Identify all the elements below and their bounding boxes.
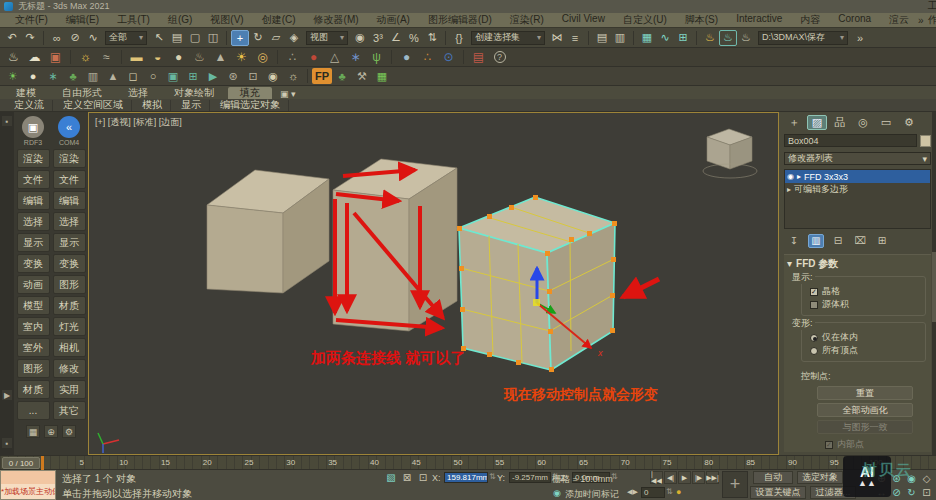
grass-icon[interactable]: ψ bbox=[366, 49, 387, 65]
panel-button-其它[interactable]: 其它 bbox=[53, 401, 86, 420]
cone2-icon[interactable]: ▲ bbox=[103, 68, 123, 84]
com4-logo-icon[interactable]: « bbox=[58, 116, 80, 138]
menu-item[interactable]: 渲云 bbox=[880, 13, 918, 27]
menu-item[interactable]: Interactive bbox=[727, 13, 791, 27]
select-sphere-icon[interactable]: ⊙ bbox=[438, 49, 459, 65]
panel-button-选择[interactable]: 选择 bbox=[17, 212, 50, 231]
ring-icon[interactable]: ◎ bbox=[252, 49, 273, 65]
absolute-mode-icon[interactable]: ⊡ bbox=[416, 471, 430, 484]
color-balls-icon[interactable]: ∴ bbox=[417, 49, 438, 65]
scale-icon[interactable]: ▱ bbox=[267, 30, 285, 46]
modifier-stack-row[interactable]: ◉▸FFD 3x3x3 bbox=[785, 170, 930, 183]
panel-button-编辑[interactable]: 编辑 bbox=[53, 191, 86, 210]
snap-toggle-icon[interactable]: 3³ bbox=[369, 30, 387, 46]
window-icon[interactable]: ▥ bbox=[83, 68, 103, 84]
box3-ffd[interactable]: x bbox=[457, 195, 617, 372]
modify-tab[interactable]: ▨ bbox=[807, 115, 827, 130]
configure-modifier-sets-icon[interactable]: ⊞ bbox=[874, 234, 890, 248]
panel-button-图形[interactable]: 图形 bbox=[53, 275, 86, 294]
panel-button-文件[interactable]: 文件 bbox=[53, 170, 86, 189]
dome-icon[interactable]: ◒ bbox=[147, 49, 168, 65]
ribbon-subtab[interactable]: 模拟 bbox=[134, 100, 171, 111]
rollout-title[interactable]: ▾ FFD 参数 bbox=[787, 257, 928, 270]
ribbon-subtab[interactable]: 显示 bbox=[173, 100, 210, 111]
orbit-icon[interactable]: ↻ bbox=[904, 485, 919, 499]
mirror-icon[interactable]: ⋈ bbox=[548, 30, 566, 46]
animate-all-button[interactable]: 全部动画化 bbox=[817, 403, 913, 417]
lattice-checkbox[interactable]: ✓晶格 bbox=[810, 285, 921, 298]
clipboard-icon[interactable]: ▤ bbox=[468, 49, 489, 65]
modifier-stack-row[interactable]: ▸可编辑多边形 bbox=[785, 183, 930, 196]
panel-button-修改[interactable]: 修改 bbox=[53, 359, 86, 378]
gizmo-icon[interactable]: △ bbox=[324, 49, 345, 65]
angle-snap-icon[interactable]: ∠ bbox=[387, 30, 405, 46]
remove-modifier-icon[interactable]: ⌧ bbox=[852, 234, 868, 248]
reset-button[interactable]: 重置 bbox=[817, 386, 913, 400]
time-slider-handle[interactable]: 0 / 100 bbox=[2, 457, 40, 469]
viewport-label[interactable]: [+] [透视] [标准] [边面] bbox=[95, 116, 182, 129]
ribbon-subtab[interactable]: 定义流 bbox=[6, 100, 53, 111]
playback-button[interactable]: ▶▶| bbox=[706, 471, 719, 484]
x-spinner[interactable]: ⇅ bbox=[489, 472, 496, 481]
utilities-tab[interactable]: ⚙ bbox=[899, 115, 919, 130]
panel-button-材质[interactable]: 材质 bbox=[17, 380, 50, 399]
menu-item[interactable]: Civil View bbox=[553, 13, 614, 27]
grid-plus-icon[interactable]: ⊞ bbox=[183, 68, 203, 84]
bulb2-icon[interactable]: ☼ bbox=[283, 68, 303, 84]
schematic-view-icon[interactable]: ⊞ bbox=[674, 30, 692, 46]
green-light-icon[interactable]: ☀ bbox=[3, 68, 23, 84]
undo-icon[interactable]: ↶ bbox=[3, 30, 21, 46]
frame-spinner[interactable]: ⇅ bbox=[666, 487, 673, 496]
curve-editor-icon[interactable]: ∿ bbox=[656, 30, 674, 46]
y-coordinate-field[interactable]: -9.257mm bbox=[509, 472, 551, 483]
steel-sphere-icon[interactable]: ● bbox=[396, 49, 417, 65]
menu-item[interactable]: 图形编辑器(D) bbox=[419, 13, 501, 27]
playback-button[interactable]: |▶ bbox=[692, 471, 705, 484]
fan-icon[interactable]: ⊛ bbox=[223, 68, 243, 84]
spray-icon[interactable]: ≈ bbox=[96, 49, 117, 65]
panel-button-显示[interactable]: 显示 bbox=[53, 233, 86, 252]
add-icon[interactable]: ⊕ bbox=[44, 425, 58, 438]
bulb-icon[interactable]: ☼ bbox=[75, 49, 96, 65]
selection-lock-icon[interactable]: ⊠ bbox=[400, 471, 414, 484]
box1[interactable] bbox=[207, 170, 329, 293]
only-in-volume-radio[interactable]: 仅在体内 bbox=[810, 331, 921, 344]
panel-button-灯光[interactable]: 灯光 bbox=[53, 317, 86, 336]
named-selection-sets-icon[interactable]: {} bbox=[450, 30, 468, 46]
tree-icon[interactable]: ♣ bbox=[63, 68, 83, 84]
create-tab[interactable]: ＋ bbox=[784, 115, 804, 130]
bind-to-spacewarp-icon[interactable]: ∿ bbox=[84, 30, 102, 46]
menu-item[interactable]: 创建(C) bbox=[253, 13, 305, 27]
object-color-swatch[interactable] bbox=[920, 135, 931, 147]
align-icon[interactable]: ≡ bbox=[566, 30, 584, 46]
playback-button[interactable]: ▶ bbox=[678, 471, 691, 484]
panel-button-室内[interactable]: 室内 bbox=[17, 317, 50, 336]
panel-button-文件[interactable]: 文件 bbox=[17, 170, 50, 189]
object-name-field[interactable]: Box004 bbox=[784, 134, 917, 147]
maxscript-mini-listener[interactable]: *加载场景主动保 bbox=[0, 470, 56, 500]
panel-button-变换[interactable]: 变换 bbox=[17, 254, 50, 273]
set-key-mode-button[interactable]: 设置关键点 bbox=[750, 486, 806, 499]
menu-overflow-icon[interactable]: » bbox=[918, 15, 924, 26]
flower-icon[interactable]: ∗ bbox=[345, 49, 366, 65]
panel-button-变换[interactable]: 变换 bbox=[53, 254, 86, 273]
cloud-icon[interactable]: ☁ bbox=[24, 49, 45, 65]
menu-item[interactable]: 渲染(R) bbox=[501, 13, 553, 27]
scene-explorer-icon[interactable]: ▤ bbox=[593, 30, 611, 46]
select-and-link-icon[interactable]: ∞ bbox=[48, 30, 66, 46]
panel-button-图形[interactable]: 图形 bbox=[17, 359, 50, 378]
source-volume-checkbox[interactable]: 源体积 bbox=[810, 298, 921, 311]
panel-button-动画[interactable]: 动画 bbox=[17, 275, 50, 294]
layer-explorer-icon[interactable]: ▥ bbox=[611, 30, 629, 46]
fov-icon[interactable]: ◇ bbox=[919, 471, 934, 485]
rendered-frame-icon[interactable]: ♨ bbox=[719, 30, 737, 46]
unlink-selection-icon[interactable]: ⊘ bbox=[66, 30, 84, 46]
menu-item[interactable]: 文件(F) bbox=[6, 13, 57, 27]
grid-green-icon[interactable]: ▦ bbox=[372, 68, 392, 84]
walkthrough-icon[interactable]: ⊘ bbox=[889, 485, 904, 499]
box-icon[interactable]: ⊡ bbox=[243, 68, 263, 84]
perspective-viewport[interactable]: [+] [透视] [标准] [边面] bbox=[88, 112, 779, 455]
command-panel-scrollbar[interactable] bbox=[932, 112, 936, 455]
menu-item[interactable]: 动画(A) bbox=[368, 13, 419, 27]
menu-item[interactable]: 修改器(M) bbox=[305, 13, 368, 27]
